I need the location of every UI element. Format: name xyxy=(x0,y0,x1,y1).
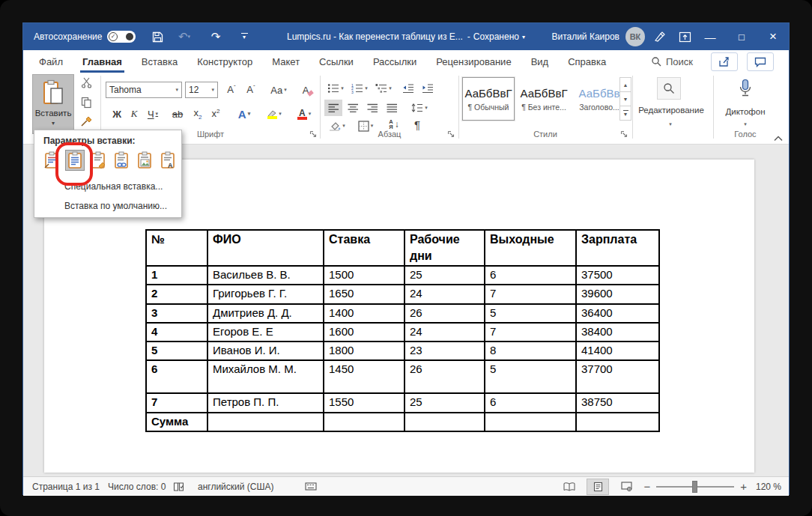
editing-button-iconbox[interactable] xyxy=(657,77,681,100)
zoom-out-button[interactable]: − xyxy=(643,480,650,493)
table-cell[interactable]: 2 xyxy=(146,285,207,303)
cut-button[interactable] xyxy=(79,76,94,90)
avatar[interactable]: ВК xyxy=(625,27,645,46)
table-header-cell[interactable]: Ставка xyxy=(324,230,405,266)
tab-Рецензирование[interactable]: Рецензирование xyxy=(426,50,521,73)
table-cell[interactable]: Григорьев Г. Г. xyxy=(207,285,324,303)
ribbon-display-options-button[interactable] xyxy=(673,28,696,46)
tab-Макет[interactable]: Макет xyxy=(262,50,309,73)
align-left-button[interactable] xyxy=(324,100,342,116)
user-name[interactable]: Виталий Каиров xyxy=(551,23,619,50)
paste-option-link-and-use-destination-styles[interactable] xyxy=(112,150,131,171)
share-button[interactable] xyxy=(711,52,738,71)
clear-formatting-button[interactable]: A xyxy=(296,82,315,98)
table-cell[interactable]: 37700 xyxy=(576,360,659,393)
table-cell[interactable] xyxy=(324,413,405,431)
table-cell[interactable]: 38750 xyxy=(576,393,659,412)
tab-Конструктор[interactable]: Конструктор xyxy=(187,50,262,73)
table-cell[interactable]: 26 xyxy=(405,304,485,323)
tab-Главная[interactable]: Главная xyxy=(73,50,132,73)
styles-scroll-down-button[interactable]: ▼ xyxy=(620,92,631,106)
read-mode-button[interactable] xyxy=(558,479,581,495)
font-dialog-launcher[interactable] xyxy=(309,130,318,139)
font-size-combobox[interactable]: 12 ▾ xyxy=(185,82,218,98)
tab-Справка[interactable]: Справка xyxy=(558,50,616,73)
default-paste-link[interactable]: Вставка по умолчанию... xyxy=(64,201,167,211)
increase-indent-button[interactable] xyxy=(419,80,437,97)
subscript-button[interactable]: x2 xyxy=(190,106,206,122)
table-cell[interactable]: 38400 xyxy=(576,323,659,342)
close-button[interactable]: × xyxy=(757,23,789,50)
table-cell[interactable]: 1 xyxy=(146,266,207,285)
zoom-percent[interactable]: 120 % xyxy=(756,482,781,492)
table-cell[interactable] xyxy=(405,413,485,431)
table-cell[interactable]: 6 xyxy=(485,266,576,285)
table-cell[interactable]: Петров П. П. xyxy=(207,393,324,412)
table-cell[interactable] xyxy=(485,413,576,431)
zoom-slider-thumb[interactable] xyxy=(692,481,697,493)
tab-Файл[interactable]: Файл xyxy=(29,50,73,73)
styles-dialog-launcher[interactable] xyxy=(620,130,628,139)
proofing-status-button[interactable] xyxy=(173,477,184,496)
table-cell[interactable]: 1400 xyxy=(324,304,405,323)
web-layout-button[interactable] xyxy=(615,479,637,495)
paste-option-keep-source-formatting[interactable] xyxy=(42,150,61,171)
strikethrough-button[interactable]: ab xyxy=(169,106,187,122)
table-header-cell[interactable]: ФИО xyxy=(207,230,324,266)
tab-Ссылки[interactable]: Ссылки xyxy=(309,50,363,73)
table-cell[interactable]: 23 xyxy=(405,342,485,360)
table-cell[interactable]: 25 xyxy=(405,266,485,285)
table-cell[interactable]: Дмитриев Д. Д. xyxy=(207,304,324,323)
styles-scroll-up-button[interactable]: ▲ xyxy=(620,78,631,92)
autosave-toggle[interactable]: ✓ xyxy=(107,31,136,43)
table-cell[interactable]: 5 xyxy=(485,304,576,323)
table-cell[interactable]: Васильев В. В. xyxy=(207,266,324,285)
paste-option-keep-text-only[interactable]: A xyxy=(158,150,178,171)
table-cell[interactable]: 6 xyxy=(485,393,576,412)
table-cell[interactable]: 41400 xyxy=(576,342,659,360)
line-spacing-button[interactable]: ▾ xyxy=(407,100,432,116)
redo-button[interactable]: ↷ xyxy=(206,28,225,46)
paste-button[interactable]: Вставить ▾ xyxy=(32,74,74,134)
bold-button[interactable]: Ж xyxy=(109,106,125,122)
editing-chevron[interactable]: ▾ xyxy=(664,116,676,133)
underline-button[interactable]: Ч▾ xyxy=(143,106,163,122)
table-cell[interactable]: 39600 xyxy=(576,285,659,303)
comments-button[interactable] xyxy=(747,52,774,71)
table-cell[interactable]: 37500 xyxy=(576,266,659,285)
print-layout-button[interactable] xyxy=(587,479,609,495)
style-normal[interactable]: АаБбВвГ ¶ Обычный xyxy=(462,77,515,121)
superscript-button[interactable]: x2 xyxy=(207,106,224,122)
table-cell[interactable]: 4 xyxy=(146,323,207,342)
keyboard-indicator[interactable] xyxy=(305,477,317,496)
decrease-indent-button[interactable] xyxy=(399,80,417,97)
search-box[interactable]: Поиск xyxy=(651,50,693,73)
table-cell[interactable]: 1450 xyxy=(324,360,405,393)
table-cell[interactable]: 1800 xyxy=(324,342,405,360)
copy-button[interactable] xyxy=(79,95,94,109)
table-cell[interactable]: 26 xyxy=(405,360,485,393)
bullets-button[interactable]: ▾ xyxy=(324,80,347,97)
text-effects-button[interactable]: A▾ xyxy=(233,106,255,122)
dictate-button[interactable] xyxy=(732,76,759,101)
shrink-font-button[interactable]: Aˇ xyxy=(242,82,260,98)
align-right-button[interactable] xyxy=(363,100,381,116)
undo-button[interactable]: ↶▾ xyxy=(175,28,194,46)
table-cell[interactable]: Иванов И. И. xyxy=(207,342,324,360)
table-cell[interactable]: 7 xyxy=(485,323,576,342)
table-cell[interactable]: 1650 xyxy=(324,285,405,303)
table-cell[interactable]: 7 xyxy=(146,393,207,412)
format-painter-button[interactable] xyxy=(79,115,94,129)
language-indicator[interactable]: английский (США) xyxy=(198,477,273,496)
table-header-cell[interactable]: Выходные xyxy=(485,230,576,266)
page-indicator[interactable]: Страница 1 из 1 xyxy=(32,477,100,496)
table-cell[interactable]: 5 xyxy=(485,360,576,393)
maximize-button[interactable]: □ xyxy=(726,23,757,50)
table-cell[interactable]: 1600 xyxy=(324,323,405,342)
save-button[interactable] xyxy=(148,28,167,46)
style-heading[interactable]: АаБбВв Заголово... xyxy=(573,77,625,121)
table-cell[interactable]: 8 xyxy=(485,342,576,360)
table-cell[interactable]: Егоров Е. Е xyxy=(207,323,324,342)
table-cell[interactable] xyxy=(207,413,324,431)
minimize-button[interactable]: — xyxy=(694,23,726,50)
